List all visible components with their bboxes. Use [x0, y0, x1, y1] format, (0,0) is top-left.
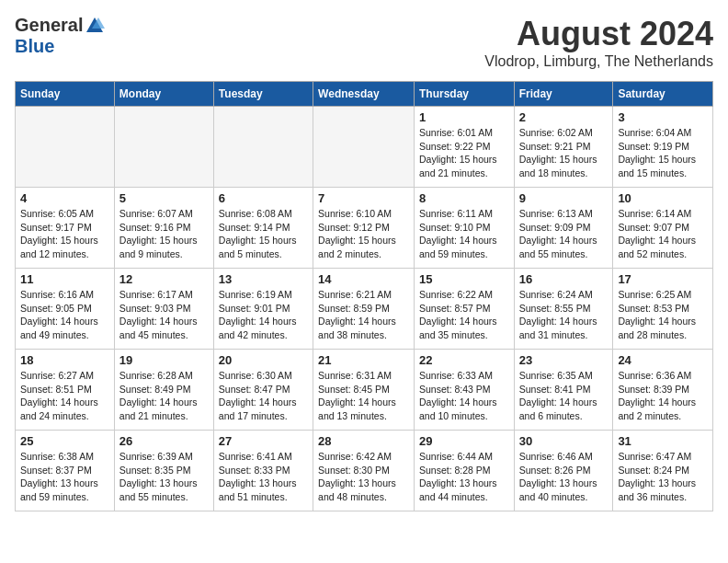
calendar-cell	[16, 107, 115, 188]
day-number: 24	[618, 353, 708, 367]
calendar-cell: 18Sunrise: 6:27 AMSunset: 8:51 PMDayligh…	[16, 350, 115, 431]
page-header: General Blue August 2024 Vlodrop, Limbur…	[15, 15, 713, 70]
day-number: 27	[219, 434, 308, 448]
calendar-cell: 6Sunrise: 6:08 AMSunset: 9:14 PMDaylight…	[213, 188, 313, 269]
day-info: Sunrise: 6:28 AMSunset: 8:49 PMDaylight:…	[119, 369, 209, 423]
calendar-header-row: SundayMondayTuesdayWednesdayThursdayFrid…	[16, 82, 713, 107]
day-number: 17	[618, 272, 708, 286]
calendar-cell	[213, 107, 313, 188]
calendar-cell: 31Sunrise: 6:47 AMSunset: 8:24 PMDayligh…	[613, 431, 713, 511]
calendar-cell: 27Sunrise: 6:41 AMSunset: 8:33 PMDayligh…	[213, 431, 313, 511]
day-info: Sunrise: 6:16 AMSunset: 9:05 PMDaylight:…	[20, 288, 109, 342]
day-info: Sunrise: 6:31 AMSunset: 8:45 PMDaylight:…	[318, 369, 409, 423]
day-info: Sunrise: 6:14 AMSunset: 9:07 PMDaylight:…	[618, 207, 708, 261]
calendar-cell: 16Sunrise: 6:24 AMSunset: 8:55 PMDayligh…	[514, 269, 613, 350]
day-number: 16	[519, 272, 609, 286]
day-number: 19	[119, 353, 209, 367]
calendar-cell: 11Sunrise: 6:16 AMSunset: 9:05 PMDayligh…	[16, 269, 115, 350]
day-number: 1	[419, 110, 509, 124]
day-number: 20	[219, 353, 308, 367]
calendar-cell: 4Sunrise: 6:05 AMSunset: 9:17 PMDaylight…	[16, 188, 115, 269]
calendar-cell: 30Sunrise: 6:46 AMSunset: 8:26 PMDayligh…	[514, 431, 613, 511]
calendar-cell: 17Sunrise: 6:25 AMSunset: 8:53 PMDayligh…	[613, 269, 713, 350]
header-thursday: Thursday	[414, 82, 514, 107]
day-number: 13	[219, 272, 308, 286]
day-number: 29	[419, 434, 509, 448]
calendar-cell: 20Sunrise: 6:30 AMSunset: 8:47 PMDayligh…	[213, 350, 313, 431]
calendar-cell: 25Sunrise: 6:38 AMSunset: 8:37 PMDayligh…	[16, 431, 115, 511]
calendar-cell: 22Sunrise: 6:33 AMSunset: 8:43 PMDayligh…	[414, 350, 514, 431]
day-info: Sunrise: 6:05 AMSunset: 9:17 PMDaylight:…	[20, 207, 109, 261]
calendar-cell: 12Sunrise: 6:17 AMSunset: 9:03 PMDayligh…	[114, 269, 213, 350]
calendar-cell: 26Sunrise: 6:39 AMSunset: 8:35 PMDayligh…	[114, 431, 213, 511]
logo-blue: Blue	[15, 36, 54, 57]
day-info: Sunrise: 6:33 AMSunset: 8:43 PMDaylight:…	[419, 369, 509, 423]
day-info: Sunrise: 6:13 AMSunset: 9:09 PMDaylight:…	[519, 207, 609, 261]
calendar-cell: 28Sunrise: 6:42 AMSunset: 8:30 PMDayligh…	[313, 431, 415, 511]
day-number: 23	[519, 353, 609, 367]
day-info: Sunrise: 6:17 AMSunset: 9:03 PMDaylight:…	[119, 288, 209, 342]
calendar-cell: 29Sunrise: 6:44 AMSunset: 8:28 PMDayligh…	[414, 431, 514, 511]
day-number: 22	[419, 353, 509, 367]
calendar-cell: 24Sunrise: 6:36 AMSunset: 8:39 PMDayligh…	[613, 350, 713, 431]
day-number: 10	[618, 191, 708, 205]
day-number: 5	[119, 191, 209, 205]
calendar-cell	[313, 107, 415, 188]
calendar-cell: 13Sunrise: 6:19 AMSunset: 9:01 PMDayligh…	[213, 269, 313, 350]
day-info: Sunrise: 6:21 AMSunset: 8:59 PMDaylight:…	[318, 288, 409, 342]
calendar-cell: 15Sunrise: 6:22 AMSunset: 8:57 PMDayligh…	[414, 269, 514, 350]
day-number: 12	[119, 272, 209, 286]
day-number: 9	[519, 191, 609, 205]
day-number: 6	[219, 191, 308, 205]
calendar-cell: 1Sunrise: 6:01 AMSunset: 9:22 PMDaylight…	[414, 107, 514, 188]
day-number: 30	[519, 434, 609, 448]
day-number: 7	[318, 191, 409, 205]
day-number: 8	[419, 191, 509, 205]
calendar-cell: 21Sunrise: 6:31 AMSunset: 8:45 PMDayligh…	[313, 350, 415, 431]
calendar-week-row: 11Sunrise: 6:16 AMSunset: 9:05 PMDayligh…	[16, 269, 713, 350]
day-info: Sunrise: 6:02 AMSunset: 9:21 PMDaylight:…	[519, 126, 609, 180]
calendar-cell	[114, 107, 213, 188]
day-info: Sunrise: 6:36 AMSunset: 8:39 PMDaylight:…	[618, 369, 708, 423]
day-info: Sunrise: 6:47 AMSunset: 8:24 PMDaylight:…	[618, 450, 708, 504]
header-sunday: Sunday	[16, 82, 115, 107]
calendar-cell: 9Sunrise: 6:13 AMSunset: 9:09 PMDaylight…	[514, 188, 613, 269]
day-info: Sunrise: 6:08 AMSunset: 9:14 PMDaylight:…	[219, 207, 308, 261]
calendar-cell: 3Sunrise: 6:04 AMSunset: 9:19 PMDaylight…	[613, 107, 713, 188]
calendar-cell: 14Sunrise: 6:21 AMSunset: 8:59 PMDayligh…	[313, 269, 415, 350]
calendar-week-row: 18Sunrise: 6:27 AMSunset: 8:51 PMDayligh…	[16, 350, 713, 431]
calendar-cell: 2Sunrise: 6:02 AMSunset: 9:21 PMDaylight…	[514, 107, 613, 188]
day-info: Sunrise: 6:30 AMSunset: 8:47 PMDaylight:…	[219, 369, 308, 423]
day-info: Sunrise: 6:01 AMSunset: 9:22 PMDaylight:…	[419, 126, 509, 180]
day-number: 14	[318, 272, 409, 286]
day-number: 31	[618, 434, 708, 448]
header-monday: Monday	[114, 82, 213, 107]
day-number: 18	[20, 353, 109, 367]
day-info: Sunrise: 6:39 AMSunset: 8:35 PMDaylight:…	[119, 450, 209, 504]
calendar-cell: 19Sunrise: 6:28 AMSunset: 8:49 PMDayligh…	[114, 350, 213, 431]
day-info: Sunrise: 6:41 AMSunset: 8:33 PMDaylight:…	[219, 450, 308, 504]
day-info: Sunrise: 6:25 AMSunset: 8:53 PMDaylight:…	[618, 288, 708, 342]
day-info: Sunrise: 6:11 AMSunset: 9:10 PMDaylight:…	[419, 207, 509, 261]
header-saturday: Saturday	[613, 82, 713, 107]
location-subtitle: Vlodrop, Limburg, The Netherlands	[484, 53, 713, 70]
calendar-cell: 5Sunrise: 6:07 AMSunset: 9:16 PMDaylight…	[114, 188, 213, 269]
day-info: Sunrise: 6:46 AMSunset: 8:26 PMDaylight:…	[519, 450, 609, 504]
day-number: 21	[318, 353, 409, 367]
day-info: Sunrise: 6:07 AMSunset: 9:16 PMDaylight:…	[119, 207, 209, 261]
day-number: 26	[119, 434, 209, 448]
calendar-table: SundayMondayTuesdayWednesdayThursdayFrid…	[15, 81, 713, 511]
day-info: Sunrise: 6:35 AMSunset: 8:41 PMDaylight:…	[519, 369, 609, 423]
title-area: August 2024 Vlodrop, Limburg, The Nether…	[484, 15, 713, 70]
day-info: Sunrise: 6:44 AMSunset: 8:28 PMDaylight:…	[419, 450, 509, 504]
day-number: 3	[618, 110, 708, 124]
logo: General Blue	[15, 15, 105, 57]
logo-general: General	[15, 15, 83, 36]
day-number: 11	[20, 272, 109, 286]
day-info: Sunrise: 6:10 AMSunset: 9:12 PMDaylight:…	[318, 207, 409, 261]
calendar-week-row: 4Sunrise: 6:05 AMSunset: 9:17 PMDaylight…	[16, 188, 713, 269]
day-number: 2	[519, 110, 609, 124]
day-info: Sunrise: 6:24 AMSunset: 8:55 PMDaylight:…	[519, 288, 609, 342]
day-number: 28	[318, 434, 409, 448]
day-info: Sunrise: 6:04 AMSunset: 9:19 PMDaylight:…	[618, 126, 708, 180]
